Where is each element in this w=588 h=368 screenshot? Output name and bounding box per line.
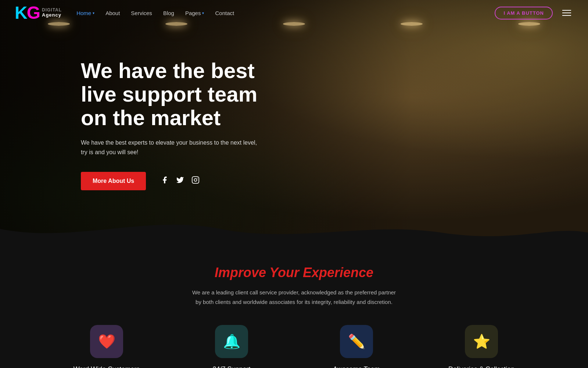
nav-services[interactable]: Services — [131, 10, 152, 16]
svg-rect-0 — [192, 177, 199, 183]
cards-row: ❤️ Word Wide Customers 🔔 24/7 Support ✏️… — [0, 325, 588, 368]
hamburger-line-3 — [562, 15, 571, 16]
instagram-icon[interactable] — [191, 176, 200, 186]
bell-icon: 🔔 — [223, 333, 240, 350]
social-icons — [161, 176, 200, 186]
facebook-icon[interactable] — [161, 176, 169, 186]
navbar: KG DIGITAL Agency Home ▾ About Services … — [0, 0, 588, 26]
logo-k: K — [15, 3, 27, 22]
card-awesome-team: ✏️ Awesome Team — [305, 325, 408, 368]
star-icon: ⭐ — [473, 333, 490, 350]
card-label-word-wide: Word Wide Customers — [74, 365, 140, 368]
card-deliveries: ⭐ Deliveries & Collection — [430, 325, 533, 368]
hamburger-line-2 — [562, 13, 571, 13]
card-icon-support: 🔔 — [215, 325, 248, 358]
bottom-section: Improve Your Experience We are a leading… — [0, 243, 588, 368]
card-icon-awesome-team: ✏️ — [340, 325, 373, 358]
nav-right: I AM A BUTTON — [495, 7, 573, 20]
logo[interactable]: KG DIGITAL Agency — [15, 4, 62, 22]
card-icon-deliveries: ⭐ — [465, 325, 498, 358]
more-about-button[interactable]: More About Us — [81, 172, 146, 190]
hero-title: We have the best live support team on th… — [81, 59, 287, 129]
hero-content: We have the best live support team on th… — [81, 59, 287, 190]
nav-home[interactable]: Home ▾ — [76, 10, 94, 16]
section-title: Improve Your Experience — [0, 265, 588, 280]
hero-actions: More About Us — [81, 172, 287, 190]
hamburger-menu[interactable] — [560, 8, 573, 18]
section-description: We are a leading client call service pro… — [191, 288, 397, 307]
pencil-icon: ✏️ — [348, 333, 365, 350]
svg-point-1 — [194, 178, 197, 181]
nav-about[interactable]: About — [105, 10, 120, 16]
nav-links: Home ▾ About Services Blog Pages ▾ Conta… — [76, 10, 495, 16]
svg-point-2 — [197, 178, 198, 178]
cta-button[interactable]: I AM A BUTTON — [495, 7, 553, 20]
card-support: 🔔 24/7 Support — [180, 325, 283, 368]
card-label-support: 24/7 Support — [212, 365, 250, 368]
card-label-deliveries: Deliveries & Collection — [448, 365, 514, 368]
hero-subtitle: We have the best experts to elevate your… — [81, 138, 265, 157]
card-label-awesome-team: Awesome Team — [333, 365, 380, 368]
card-word-wide-customers: ❤️ Word Wide Customers — [55, 325, 158, 368]
nav-contact[interactable]: Contact — [215, 10, 234, 16]
twitter-icon[interactable] — [176, 176, 184, 186]
logo-agency: Agency — [42, 13, 62, 18]
logo-g: G — [27, 3, 40, 22]
heart-icon: ❤️ — [98, 333, 115, 350]
pages-dropdown-arrow: ▾ — [202, 11, 204, 15]
hero-wave — [0, 214, 588, 243]
hamburger-line-1 — [562, 10, 571, 11]
nav-pages[interactable]: Pages ▾ — [185, 10, 204, 16]
logo-initials: KG — [15, 4, 40, 22]
home-dropdown-arrow: ▾ — [93, 11, 94, 15]
hero-section: KG DIGITAL Agency Home ▾ About Services … — [0, 0, 588, 243]
logo-text: DIGITAL Agency — [42, 8, 62, 18]
nav-blog[interactable]: Blog — [163, 10, 174, 16]
card-icon-word-wide: ❤️ — [90, 325, 123, 358]
